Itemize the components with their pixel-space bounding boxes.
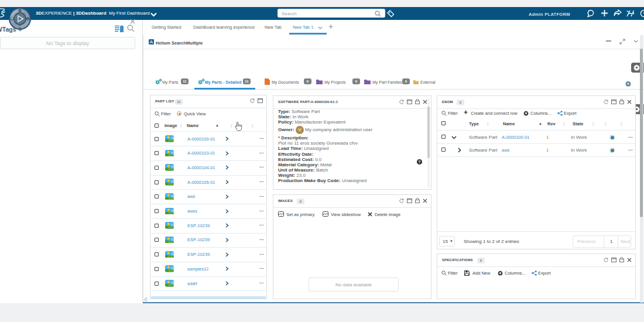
svg-text:V.R: V.R (18, 26, 22, 28)
svg-text:3D: 3D (11, 18, 13, 20)
